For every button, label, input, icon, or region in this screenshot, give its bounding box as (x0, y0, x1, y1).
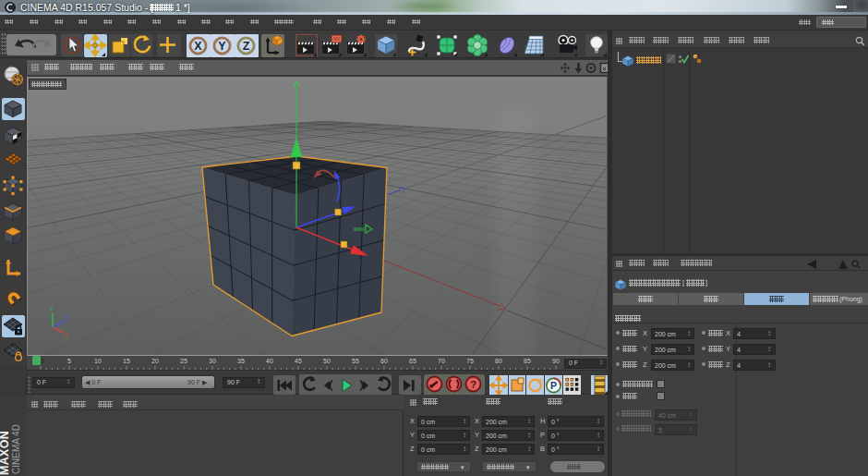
svg-text:Y: Y (218, 40, 226, 53)
svg-text:X: X (194, 40, 202, 53)
svg-text:5: 5 (67, 358, 71, 364)
svg-text:40: 40 (266, 358, 273, 364)
svg-text:85: 85 (524, 358, 531, 364)
svg-text:70: 70 (438, 358, 445, 364)
svg-text:75: 75 (466, 358, 474, 364)
svg-text:60: 60 (380, 358, 388, 364)
svg-text:Z: Z (243, 40, 250, 53)
svg-text:20: 20 (151, 358, 159, 364)
svg-text:65: 65 (409, 358, 416, 364)
svg-text:55: 55 (352, 358, 359, 364)
svg-text:30: 30 (209, 358, 216, 364)
svg-text:90: 90 (552, 358, 560, 364)
svg-text:80: 80 (495, 358, 502, 364)
svg-text:0: 0 (41, 358, 44, 364)
svg-text:10: 10 (94, 358, 102, 364)
svg-text:P: P (550, 380, 557, 391)
svg-text:25: 25 (180, 358, 187, 364)
svg-text:50: 50 (323, 358, 331, 364)
svg-text:15: 15 (123, 358, 130, 364)
svg-text:45: 45 (295, 358, 302, 364)
svg-text:?: ? (470, 379, 476, 390)
svg-text:35: 35 (237, 358, 245, 364)
